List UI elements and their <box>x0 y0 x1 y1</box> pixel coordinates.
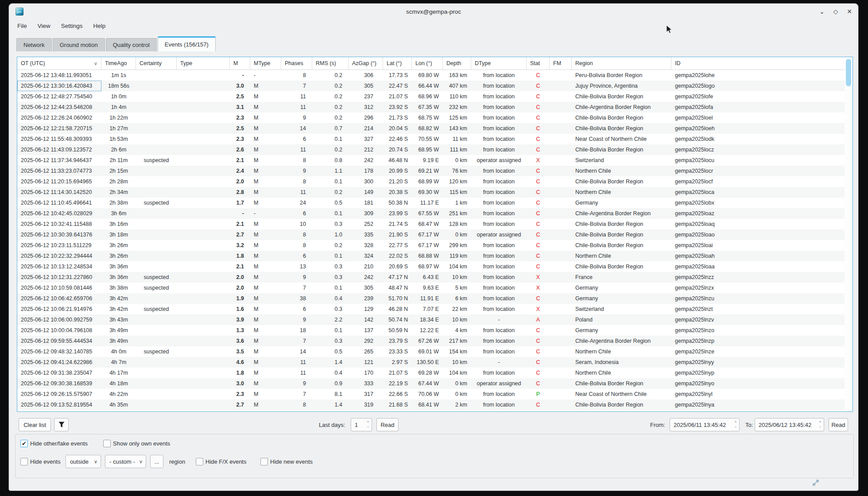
table-row[interactable]: 2025-06-12 10:22:32.2944443h 26m1.8M60.1… <box>17 251 845 261</box>
from-datetime-value[interactable]: 2025/06/11 13:45:42 <box>670 422 732 428</box>
cell-certainty <box>136 389 177 399</box>
menu-settings[interactable]: Settings <box>56 21 88 31</box>
last-days-value[interactable]: 1 <box>351 422 364 428</box>
spin-down-icon[interactable]: ⌄ <box>734 425 737 428</box>
from-datetime-field[interactable]: 2025/06/11 13:45:42 ⌃⌄ <box>670 418 740 431</box>
table-row[interactable]: 2025-06-12 10:32:41.1154883h 16m2.1M100.… <box>17 219 845 229</box>
cell-depth: 10 km <box>443 272 471 283</box>
region-select[interactable]: - custom - ∨ <box>105 455 146 468</box>
to-spin-arrows[interactable]: ⌃⌄ <box>817 422 824 428</box>
cell-lat: 21.07 S <box>383 91 412 102</box>
tab-quality-control[interactable]: Quality control <box>106 38 157 51</box>
table-row[interactable]: 2025-06-12 13:48:11.9930511m 1s--80.2306… <box>17 70 845 81</box>
table-row[interactable]: 2025-06-12 11:55:48.3093931h 53m2.3M60.1… <box>17 134 845 144</box>
hide-events-checkbox[interactable] <box>20 458 28 465</box>
table-row[interactable]: 2025-06-12 10:12:31.2278603h 36msuspecte… <box>17 272 845 283</box>
scrollbar-thumb[interactable] <box>846 59 851 86</box>
column-header-fm[interactable]: FM <box>550 57 572 70</box>
column-header-m[interactable]: M <box>230 57 250 70</box>
column-header-certainty[interactable]: Certainty <box>136 57 177 70</box>
column-header-ot[interactable]: OT (UTC)∨ <box>17 57 101 70</box>
menu-view[interactable]: View <box>33 21 55 31</box>
column-header-dtype[interactable]: DType <box>471 57 527 70</box>
column-header-lat[interactable]: Lat (°) <box>383 57 412 70</box>
column-header-mtype[interactable]: MType <box>250 57 281 70</box>
table-row[interactable]: 2025-06-12 11:43:09.1235722h 6m2.6M110.2… <box>17 144 845 155</box>
table-row[interactable]: 2025-06-12 09:26:15.5759074h 22m2.3M78.1… <box>17 389 845 399</box>
table-row[interactable]: 2025-06-12 09:59:55.4445343h 49m3.6M70.3… <box>17 336 845 346</box>
table-row[interactable]: 2025-06-12 10:06:21.9149763h 42msuspecte… <box>17 304 845 314</box>
table-row[interactable]: 2025-06-12 10:06:00.9927593h 43m3.9M92.2… <box>17 314 845 325</box>
hide-other-fake-checkbox[interactable]: ✔ <box>20 440 28 447</box>
table-row[interactable]: 2025-06-12 10:00:04.7961083h 49m1.3M180.… <box>17 325 845 336</box>
table-row[interactable]: 2025-06-12 10:13:12.2485343h 36m2.1M130.… <box>17 261 845 272</box>
cell-certainty <box>136 399 177 410</box>
close-button[interactable]: ✕ <box>846 8 853 15</box>
last-days-spinbox[interactable]: 1 ⌃⌄ <box>351 418 372 431</box>
table-row[interactable]: 2025-06-12 13:30:16.42084318m 56s3.0M70.… <box>17 81 845 91</box>
to-datetime-value[interactable]: 2025/06/12 13:45:42 <box>755 422 817 428</box>
cell-certainty <box>136 240 177 251</box>
table-row[interactable]: 2025-06-12 09:31:38.2350474h 17m1.8M110.… <box>17 368 845 378</box>
cell-m: 2.1 <box>230 155 250 166</box>
table-row[interactable]: 2025-06-12 10:23:11.5112293h 26m3.2M80.2… <box>17 240 845 251</box>
table-row[interactable]: 2025-06-12 09:41:24.6229864h 7m4.6M111.4… <box>17 357 845 368</box>
column-header-region[interactable]: Region <box>572 57 671 70</box>
menu-help[interactable]: Help <box>89 21 111 31</box>
table-row[interactable]: 2025-06-12 10:42:45.0280293h 6m--60.1309… <box>17 208 845 219</box>
minimize-button[interactable]: ⌄ <box>818 8 825 15</box>
vertical-scrollbar[interactable] <box>845 57 852 411</box>
column-header-rms[interactable]: RMS (s) <box>312 57 349 70</box>
maximize-button[interactable]: ◇ <box>832 8 839 15</box>
table-row[interactable]: 2025-06-12 11:20:15.6949652h 28m2.0M80.1… <box>17 176 845 187</box>
column-header-azgap[interactable]: AzGap (°) <box>349 57 383 70</box>
table-row[interactable]: 2025-06-12 09:30:38.1685394h 18m3.0M90.9… <box>17 378 845 389</box>
table-row[interactable]: 2025-06-12 09:48:32.1407854h 0msuspected… <box>17 346 845 357</box>
table-header-row: OT (UTC)∨TimeAgoCertaintyTypeMMTypePhase… <box>17 57 845 70</box>
title-bar[interactable]: scmvx@gempa-proc ⌄◇✕ <box>9 4 858 19</box>
spinbox-arrows[interactable]: ⌃⌄ <box>364 422 372 428</box>
tab-network[interactable]: Network <box>16 38 52 51</box>
table-row[interactable]: 2025-06-12 12:26:24.0609021h 22m2.3M90.2… <box>17 112 845 123</box>
table-row[interactable]: 2025-06-12 11:14:30.1425202h 34m2.8M110.… <box>17 187 845 198</box>
tab-ground-motion[interactable]: Ground motion <box>53 38 105 51</box>
read-last-days-button[interactable]: Read <box>376 418 399 431</box>
spin-down-icon[interactable]: ⌄ <box>818 425 822 428</box>
cell-m: 3.5 <box>230 346 250 357</box>
cell-region: Northern Chile <box>572 251 671 261</box>
outside-select[interactable]: outside ∨ <box>66 455 101 468</box>
hide-fx-checkbox[interactable] <box>196 458 203 465</box>
table-row[interactable]: 2025-06-12 11:33:23.0747732h 15m2.4M91.1… <box>17 166 845 176</box>
region-more-button[interactable]: ... <box>150 455 163 468</box>
table-row[interactable]: 2025-06-12 12:21:58.7207151h 27m2.5M140.… <box>17 123 845 134</box>
table-row[interactable]: 2025-06-12 10:06:42.6597063h 42m1.9M380.… <box>17 293 845 304</box>
column-header-id[interactable]: ID <box>671 57 845 70</box>
cell-depth: 407 km <box>443 81 471 91</box>
read-range-button[interactable]: Read <box>829 418 848 431</box>
cell-lon: 69.28 W <box>412 368 443 378</box>
column-header-stat[interactable]: Stat <box>527 57 550 70</box>
filter-button[interactable] <box>54 418 69 431</box>
from-spin-arrows[interactable]: ⌃⌄ <box>732 422 739 428</box>
tab-events[interactable]: Events (156/157) <box>158 36 216 51</box>
cell-timeago: 1m 1s <box>101 70 136 81</box>
table-row[interactable]: 2025-06-12 11:37:34.9464372h 11msuspecte… <box>17 155 845 166</box>
table-row[interactable]: 2025-06-12 12:44:23.5462081h 4m3.1M110.2… <box>17 102 845 112</box>
column-header-lon[interactable]: Lon (°) <box>412 57 443 70</box>
column-header-depth[interactable]: Depth <box>443 57 471 70</box>
table-row[interactable]: 2025-06-12 10:30:39.6413763h 18m2.7M81.0… <box>17 229 845 240</box>
to-datetime-field[interactable]: 2025/06/12 13:45:42 ⌃⌄ <box>755 418 824 431</box>
table-row[interactable]: 2025-06-12 09:13:52.8195544h 35m2.7M81.4… <box>17 399 845 410</box>
cell-m: 2.0 <box>230 272 250 283</box>
spin-down-icon[interactable]: ⌄ <box>366 425 370 428</box>
menu-file[interactable]: File <box>12 21 32 31</box>
hide-new-checkbox[interactable] <box>260 458 268 465</box>
table-row[interactable]: 2025-06-12 10:10:59.0814463h 38msuspecte… <box>17 283 845 293</box>
show-only-own-checkbox[interactable] <box>103 440 111 447</box>
column-header-phases[interactable]: Phases <box>281 57 312 70</box>
column-header-type[interactable]: Type <box>177 57 230 70</box>
clear-list-button[interactable]: Clear list <box>19 418 51 431</box>
table-row[interactable]: 2025-06-12 12:48:27.7545401h 0m2.5M110.2… <box>17 91 845 102</box>
column-header-timeago[interactable]: TimeAgo <box>101 57 136 70</box>
table-row[interactable]: 2025-06-12 11:10:45.4966412h 38msuspecte… <box>17 198 845 208</box>
